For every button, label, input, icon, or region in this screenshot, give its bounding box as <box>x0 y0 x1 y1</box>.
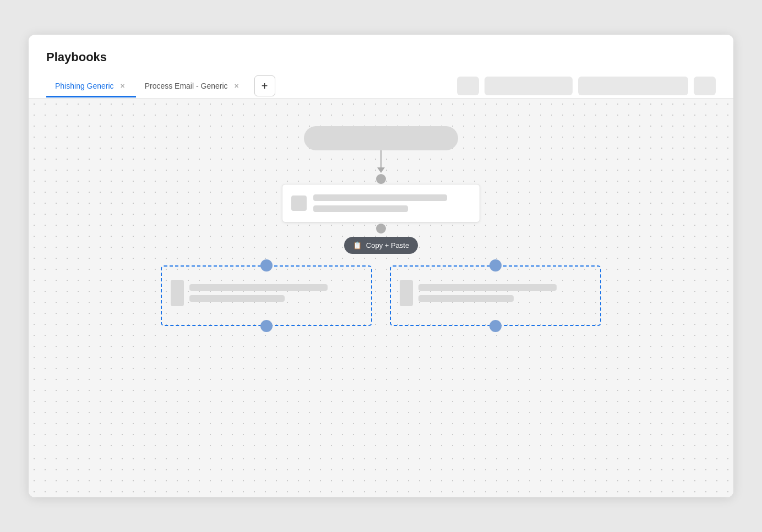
child-node-1-inner <box>171 280 362 306</box>
header: Playbooks Phishing Generic ✕ Process Ema… <box>29 35 733 99</box>
child-node-2[interactable] <box>390 265 601 326</box>
bottom-connector-dot <box>376 224 386 234</box>
task-node-inner <box>291 194 471 212</box>
connector-dot <box>376 174 386 184</box>
connector-arrow <box>377 167 385 173</box>
child-line-2-2 <box>418 295 514 302</box>
child-lines-1 <box>189 284 362 302</box>
tab-label: Process Email - Generic <box>145 82 228 90</box>
tab-label: Phishing Generic <box>55 82 114 90</box>
task-line-1 <box>313 194 447 201</box>
child-top-dot-2 <box>489 259 502 272</box>
tab-close-process-email[interactable]: ✕ <box>232 82 241 90</box>
child-line-1-2 <box>189 295 285 302</box>
task-icon <box>291 196 307 211</box>
tabs-row: Phishing Generic ✕ Process Email - Gener… <box>46 75 716 98</box>
toolbar-btn-3[interactable] <box>578 77 688 95</box>
task-node[interactable] <box>282 184 480 222</box>
flow-canvas[interactable]: 📋 Copy + Paste <box>29 99 733 453</box>
plus-icon: + <box>262 80 268 93</box>
toolbar-btn-2[interactable] <box>485 77 573 95</box>
child-line-1-1 <box>189 284 328 291</box>
child-node-wrapper-1 <box>161 259 372 332</box>
copy-paste-icon: 📋 <box>353 241 362 249</box>
page-title: Playbooks <box>46 50 716 64</box>
child-lines-2 <box>418 284 591 302</box>
connector-1 <box>376 150 386 184</box>
tab-phishing-generic[interactable]: Phishing Generic ✕ <box>46 76 136 97</box>
tab-close-phishing[interactable]: ✕ <box>118 82 127 90</box>
child-nodes-row <box>161 259 601 332</box>
child-bottom-dot-1 <box>260 320 273 332</box>
toolbar-items <box>457 77 716 95</box>
add-tab-button[interactable]: + <box>254 75 275 96</box>
bottom-area <box>29 453 733 497</box>
tab-process-email[interactable]: Process Email - Generic ✕ <box>136 76 250 97</box>
copy-paste-tooltip[interactable]: 📋 Copy + Paste <box>344 237 418 254</box>
flow-container: 📋 Copy + Paste <box>133 126 629 332</box>
connector-line <box>380 150 382 168</box>
child-divider <box>372 259 390 332</box>
child-line-2-1 <box>418 284 557 291</box>
start-node[interactable] <box>304 126 458 150</box>
child-icon-1 <box>171 280 184 306</box>
child-bottom-dot-2 <box>489 320 502 332</box>
app-window: Playbooks Phishing Generic ✕ Process Ema… <box>29 35 733 497</box>
task-line-2 <box>313 205 408 212</box>
toolbar-btn-4[interactable] <box>694 77 716 95</box>
toolbar-btn-1[interactable] <box>457 77 479 95</box>
child-node-2-inner <box>400 280 591 306</box>
child-node-wrapper-2 <box>390 259 601 332</box>
child-node-1[interactable] <box>161 265 372 326</box>
task-lines <box>313 194 471 212</box>
child-top-dot-1 <box>260 259 273 272</box>
child-icon-2 <box>400 280 413 306</box>
copy-paste-label: Copy + Paste <box>366 241 409 249</box>
